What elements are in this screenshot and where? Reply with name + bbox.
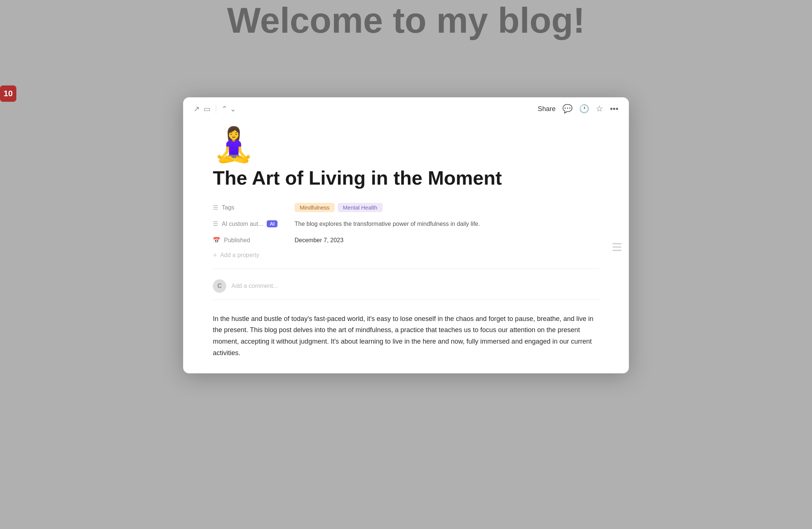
toolbar-divider: [216, 104, 216, 113]
share-button[interactable]: Share: [538, 105, 556, 113]
layout-icon[interactable]: ▭: [204, 105, 211, 113]
ai-label-text: AI custom aut...: [222, 221, 263, 227]
tags-label-text: Tags: [222, 204, 234, 211]
section-divider: [213, 269, 599, 269]
calendar-icon: 📅: [213, 237, 220, 244]
toolbar: ↗ ▭ ⌃ ⌄ Share 💬 🕐 ☆ •••: [183, 97, 629, 120]
tag-mental-health[interactable]: Mental Health: [338, 203, 383, 212]
ai-value: The blog explores the transformative pow…: [295, 221, 599, 227]
nav-down-icon[interactable]: ⌄: [230, 105, 236, 113]
page-emoji: 🧘‍♀️: [213, 128, 599, 161]
toolbar-left: ↗ ▭ ⌃ ⌄: [194, 104, 236, 113]
ai-label: ☰ AI custom aut... AI: [213, 220, 295, 227]
published-date: December 7, 2023: [295, 237, 344, 244]
published-property-row: 📅 Published December 7, 2023: [213, 233, 599, 248]
page-content: 🧘‍♀️ The Art of Living in the Moment ☰ T…: [183, 120, 629, 373]
scroll-hint-line-1: [613, 243, 621, 244]
ai-description: The blog explores the transformative pow…: [295, 221, 480, 227]
scroll-hint-line-3: [613, 250, 621, 251]
favorite-icon[interactable]: ☆: [596, 104, 603, 114]
notification-badge: 10: [0, 85, 16, 102]
published-value[interactable]: December 7, 2023: [295, 237, 599, 244]
expand-icon[interactable]: ↗: [194, 105, 200, 113]
tags-value[interactable]: Mindfulness Mental Health: [295, 203, 599, 212]
comment-icon[interactable]: 💬: [562, 104, 572, 114]
tags-property-row: ☰ Tags Mindfulness Mental Health: [213, 200, 599, 215]
page-title[interactable]: The Art of Living in the Moment: [213, 167, 599, 189]
comment-avatar: C: [213, 279, 226, 293]
ai-icon: ☰: [213, 220, 218, 227]
scroll-hint: [613, 243, 621, 251]
toolbar-right: Share 💬 🕐 ☆ •••: [538, 104, 618, 114]
add-property-row[interactable]: + Add a property: [213, 249, 599, 262]
background-title: Welcome to my blog!: [227, 0, 585, 41]
body-text: In the hustle and bustle of today's fast…: [213, 313, 599, 358]
tag-mindfulness[interactable]: Mindfulness: [295, 203, 335, 212]
ai-property-row: ☰ AI custom aut... AI The blog explores …: [213, 216, 599, 232]
ai-badge: AI: [267, 220, 277, 227]
more-icon[interactable]: •••: [610, 104, 618, 114]
published-label: 📅 Published: [213, 237, 295, 244]
modal-container: ↗ ▭ ⌃ ⌄ Share 💬 🕐 ☆ •••: [183, 97, 629, 373]
add-property-plus-icon: +: [213, 251, 217, 260]
tags-icon: ☰: [213, 204, 218, 211]
history-icon[interactable]: 🕐: [579, 104, 589, 114]
modal-overlay: ↗ ▭ ⌃ ⌄ Share 💬 🕐 ☆ •••: [183, 97, 629, 432]
published-label-text: Published: [224, 237, 250, 244]
toolbar-nav: ⌃ ⌄: [221, 105, 236, 113]
tags-label: ☰ Tags: [213, 204, 295, 211]
properties-section: ☰ Tags Mindfulness Mental Health ☰ AI cu…: [213, 200, 599, 262]
nav-up-icon[interactable]: ⌃: [221, 105, 228, 113]
comment-input[interactable]: Add a comment...: [231, 283, 599, 289]
comment-area: C Add a comment...: [213, 276, 599, 300]
add-property-label: Add a property: [220, 252, 259, 259]
scroll-hint-line-2: [613, 246, 621, 247]
